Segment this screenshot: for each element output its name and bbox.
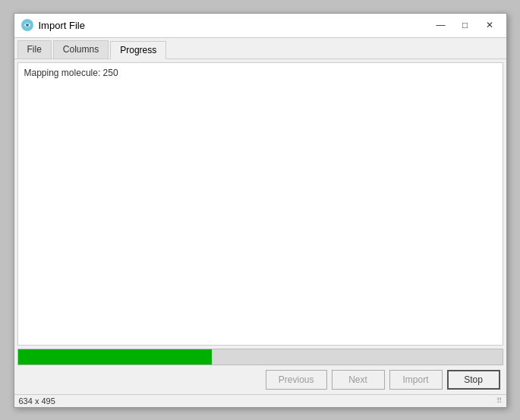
button-row: Previous Next Import Stop — [14, 365, 506, 394]
svg-point-1 — [26, 24, 29, 27]
minimize-button[interactable]: — — [430, 17, 452, 33]
content-area: Mapping molecule: 250 Previous Next Impo… — [14, 59, 506, 394]
progress-bar-container — [17, 349, 503, 365]
stop-button[interactable]: Stop — [447, 370, 500, 390]
tab-progress-label: Progress — [120, 45, 156, 55]
window-icon — [20, 18, 34, 32]
next-button[interactable]: Next — [332, 370, 385, 390]
import-file-window: Import File — □ ✕ File Columns Progress … — [14, 13, 507, 408]
dimensions-label: 634 x 495 — [19, 396, 55, 406]
import-button[interactable]: Import — [389, 370, 443, 390]
previous-button[interactable]: Previous — [266, 370, 327, 390]
tab-columns[interactable]: Columns — [53, 40, 109, 58]
close-button[interactable]: ✕ — [479, 17, 500, 33]
resize-handle: ⠿ — [496, 396, 502, 405]
progress-bar-fill — [18, 349, 212, 365]
progress-status: Mapping molecule: 250 — [18, 63, 503, 83]
tab-file[interactable]: File — [17, 40, 52, 58]
title-bar: Import File — □ ✕ — [14, 14, 506, 38]
tab-columns-label: Columns — [63, 44, 99, 55]
maximize-button[interactable]: □ — [455, 17, 476, 33]
status-bar: 634 x 495 ⠿ — [14, 394, 506, 407]
tab-file-label: File — [27, 44, 42, 55]
tab-bar: File Columns Progress — [14, 38, 506, 59]
window-controls: — □ ✕ — [430, 17, 500, 33]
main-content-area[interactable]: Mapping molecule: 250 — [17, 62, 503, 346]
tab-progress[interactable]: Progress — [110, 41, 166, 59]
window-title: Import File — [39, 20, 430, 31]
